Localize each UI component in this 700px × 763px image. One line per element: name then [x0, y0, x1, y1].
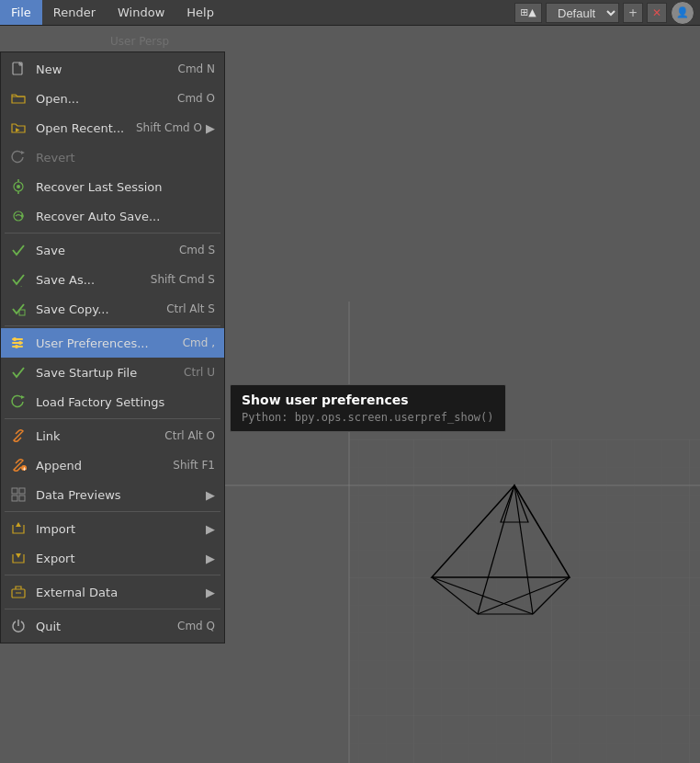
save-as-check-icon: .	[10, 271, 27, 288]
menu-item-open-recent[interactable]: ▶ Open Recent... Shift Cmd O ▶	[1, 113, 224, 142]
quit-icon	[8, 616, 28, 636]
menu-item-save-copy[interactable]: Save Copy... Ctrl Alt S	[1, 294, 224, 324]
data-previews-grid-icon	[10, 486, 27, 503]
svg-marker-41	[16, 522, 21, 527]
close-workspace-button[interactable]: ✕	[647, 3, 667, 23]
menu-item-link[interactable]: Link Ctrl Alt O	[1, 421, 224, 450]
save-check-icon	[10, 242, 27, 258]
layout-icon-button[interactable]: ⊞▲	[514, 3, 542, 23]
menu-item-save-startup-label: Save Startup File	[36, 366, 175, 380]
external-data-icon	[8, 582, 28, 602]
menu-file[interactable]: File	[0, 0, 42, 25]
menu-item-append[interactable]: + Append Shift F1	[1, 450, 224, 480]
menu-item-save[interactable]: Save Cmd S	[1, 235, 224, 265]
menu-item-link-shortcut: Ctrl Alt O	[164, 429, 215, 442]
svg-line-33	[17, 434, 20, 438]
menu-item-data-previews[interactable]: Data Previews ▶	[1, 480, 224, 509]
separator-5	[5, 575, 220, 575]
menu-item-export-label: Export	[36, 552, 202, 565]
menu-item-save-startup-shortcut: Ctrl U	[184, 366, 215, 379]
viewport: User Persp New Cmd N Open...	[0, 26, 700, 763]
viewport-label: User Persp	[110, 35, 169, 48]
svg-text:.: .	[20, 281, 22, 288]
load-factory-arrow-icon	[10, 393, 27, 410]
menu-item-open-recent-label: Open Recent...	[36, 121, 127, 135]
recover-auto-gear-icon	[10, 208, 27, 224]
menu-item-external-data[interactable]: External Data ▶	[1, 577, 224, 607]
tooltip-user-prefs: Show user preferences Python: bpy.ops.sc…	[230, 384, 506, 432]
tooltip-python-cmd: bpy.ops.screen.userpref_show()	[295, 411, 494, 424]
menu-item-append-shortcut: Shift F1	[173, 459, 215, 472]
menu-window[interactable]: Window	[107, 0, 175, 25]
tooltip-python-line: Python: bpy.ops.screen.userpref_show()	[242, 411, 494, 424]
add-workspace-button[interactable]: +	[623, 3, 643, 23]
menu-bar-right: ⊞▲ Default + ✕ 👤	[514, 1, 700, 25]
svg-text:+: +	[22, 465, 27, 472]
user-icon-button[interactable]: 👤	[671, 1, 694, 25]
svg-rect-40	[19, 495, 25, 501]
menu-item-open[interactable]: Open... Cmd O	[1, 84, 224, 113]
svg-rect-39	[12, 495, 17, 501]
link-chain-icon	[10, 427, 27, 444]
new-icon	[8, 59, 28, 79]
menu-item-quit-shortcut: Cmd Q	[177, 620, 215, 632]
menu-item-open-shortcut: Cmd O	[177, 92, 215, 105]
revert-arrow-icon	[10, 149, 27, 165]
menu-bar: File Render Window Help ⊞▲ Default + ✕ 👤	[0, 0, 700, 26]
menu-item-quit-label: Quit	[36, 620, 168, 633]
menu-item-recover-last[interactable]: Recover Last Session	[1, 172, 224, 201]
save-as-icon: .	[8, 269, 28, 290]
svg-rect-4	[349, 439, 700, 763]
menu-item-import[interactable]: Import ▶	[1, 514, 224, 543]
save-copy-icon	[8, 299, 28, 319]
separator-6	[5, 609, 220, 609]
external-data-box-icon	[10, 584, 27, 600]
menu-render[interactable]: Render	[42, 0, 107, 25]
append-link-icon: +	[10, 457, 27, 473]
svg-rect-25	[19, 310, 25, 315]
recover-last-icon	[8, 177, 28, 197]
open-recent-folder-icon: ▶	[10, 120, 27, 136]
svg-marker-32	[21, 395, 25, 399]
separator-2	[5, 325, 220, 326]
menu-item-link-label: Link	[36, 429, 155, 443]
workspace-select[interactable]: Default	[546, 3, 619, 23]
tooltip-title: Show user preferences	[242, 393, 494, 407]
menu-render-label: Render	[53, 6, 96, 19]
menu-item-user-prefs[interactable]: User Preferences... Cmd ,	[1, 328, 224, 358]
data-previews-icon	[8, 484, 28, 505]
separator-3	[5, 418, 220, 419]
append-icon: +	[8, 455, 28, 475]
menu-item-save-as[interactable]: . Save As... Shift Cmd S	[1, 265, 224, 294]
save-startup-check-icon	[10, 364, 27, 381]
menu-item-user-prefs-label: User Preferences...	[36, 336, 174, 350]
menu-item-open-label: Open...	[36, 92, 168, 106]
menu-item-recover-auto[interactable]: Recover Auto Save...	[1, 201, 224, 231]
menu-item-load-factory-label: Load Factory Settings	[36, 395, 215, 409]
export-arrow: ▶	[206, 552, 215, 565]
menu-item-save-shortcut: Cmd S	[179, 244, 215, 256]
new-file-icon	[10, 61, 27, 77]
save-copy-check-icon	[10, 301, 27, 317]
menu-item-user-prefs-shortcut: Cmd ,	[183, 336, 215, 349]
quit-power-icon	[10, 618, 27, 634]
menu-item-save-startup[interactable]: Save Startup File Ctrl U	[1, 358, 224, 387]
menu-item-export[interactable]: Export ▶	[1, 543, 224, 573]
menu-item-revert[interactable]: Revert	[1, 142, 224, 172]
menu-item-external-data-label: External Data	[36, 586, 202, 599]
menu-item-recover-last-label: Recover Last Session	[36, 180, 215, 194]
open-folder-icon	[10, 90, 27, 107]
open-icon	[8, 88, 28, 108]
menu-item-new[interactable]: New Cmd N	[1, 54, 224, 84]
export-arrow-icon	[10, 550, 27, 566]
menu-item-save-as-shortcut: Shift Cmd S	[151, 273, 215, 286]
menu-item-save-copy-shortcut: Ctrl Alt S	[166, 302, 215, 315]
menu-item-save-as-label: Save As...	[36, 273, 141, 287]
menu-help[interactable]: Help	[175, 0, 225, 25]
user-prefs-gear-icon	[10, 335, 27, 351]
svg-point-30	[18, 341, 22, 345]
menu-item-quit[interactable]: Quit Cmd Q	[1, 611, 224, 641]
menu-item-load-factory[interactable]: Load Factory Settings	[1, 387, 224, 416]
open-recent-arrow: ▶	[206, 121, 215, 135]
menu-help-label: Help	[186, 6, 214, 19]
